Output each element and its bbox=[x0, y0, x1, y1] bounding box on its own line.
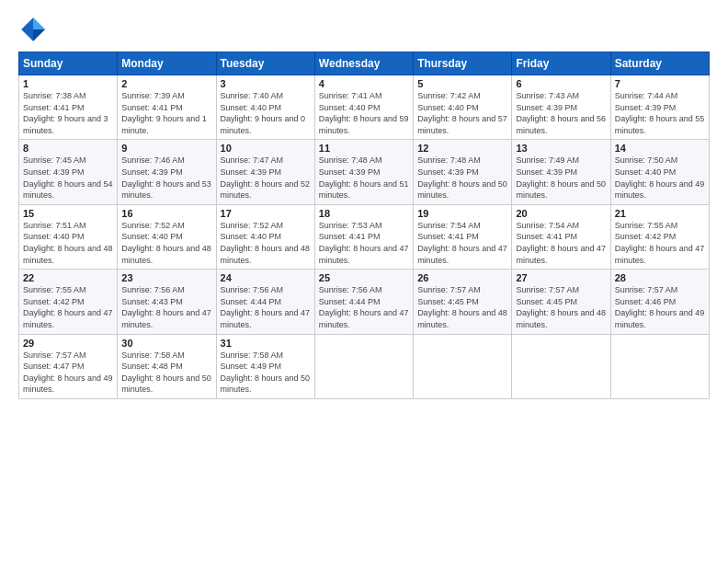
day-info: Sunrise: 7:58 AMSunset: 4:49 PMDaylight:… bbox=[221, 350, 311, 395]
day-number: 22 bbox=[23, 272, 113, 283]
day-number: 26 bbox=[417, 272, 507, 283]
calendar-cell: 8 Sunrise: 7:45 AMSunset: 4:39 PMDayligh… bbox=[19, 140, 118, 204]
calendar-col-header: Monday bbox=[118, 52, 216, 75]
calendar-cell: 27 Sunrise: 7:57 AMSunset: 4:45 PMDaylig… bbox=[512, 270, 610, 334]
calendar-col-header: Thursday bbox=[414, 52, 512, 75]
calendar-cell: 28 Sunrise: 7:57 AMSunset: 4:46 PMDaylig… bbox=[610, 270, 709, 334]
day-info: Sunrise: 7:40 AMSunset: 4:40 PMDaylight:… bbox=[221, 91, 306, 135]
logo-icon bbox=[18, 15, 48, 44]
calendar-week-row: 29 Sunrise: 7:57 AMSunset: 4:47 PMDaylig… bbox=[19, 334, 710, 398]
day-number: 16 bbox=[121, 208, 211, 219]
day-number: 3 bbox=[221, 78, 311, 89]
day-number: 20 bbox=[516, 208, 606, 219]
day-info: Sunrise: 7:51 AMSunset: 4:40 PMDaylight:… bbox=[23, 221, 113, 265]
day-number: 19 bbox=[417, 208, 507, 219]
calendar-cell: 14 Sunrise: 7:50 AMSunset: 4:40 PMDaylig… bbox=[610, 140, 709, 204]
day-info: Sunrise: 7:39 AMSunset: 4:41 PMDaylight:… bbox=[121, 91, 207, 135]
logo bbox=[18, 15, 53, 44]
day-number: 18 bbox=[319, 208, 409, 219]
calendar-cell bbox=[414, 334, 512, 398]
day-number: 30 bbox=[121, 338, 211, 349]
day-number: 4 bbox=[319, 78, 409, 89]
day-number: 14 bbox=[615, 143, 705, 154]
day-number: 5 bbox=[417, 78, 507, 89]
calendar-cell: 23 Sunrise: 7:56 AMSunset: 4:43 PMDaylig… bbox=[118, 270, 216, 334]
day-info: Sunrise: 7:47 AMSunset: 4:39 PMDaylight:… bbox=[221, 155, 311, 200]
calendar-col-header: Friday bbox=[512, 52, 610, 75]
calendar-header-row: SundayMondayTuesdayWednesdayThursdayFrid… bbox=[19, 52, 710, 75]
day-info: Sunrise: 7:57 AMSunset: 4:46 PMDaylight:… bbox=[615, 285, 705, 329]
svg-marker-2 bbox=[33, 29, 45, 41]
calendar-week-row: 1 Sunrise: 7:38 AMSunset: 4:41 PMDayligh… bbox=[19, 75, 710, 140]
calendar-cell: 21 Sunrise: 7:55 AMSunset: 4:42 PMDaylig… bbox=[610, 204, 709, 269]
calendar-cell: 2 Sunrise: 7:39 AMSunset: 4:41 PMDayligh… bbox=[118, 75, 216, 140]
calendar-cell: 17 Sunrise: 7:52 AMSunset: 4:40 PMDaylig… bbox=[216, 204, 314, 269]
calendar-cell: 9 Sunrise: 7:46 AMSunset: 4:39 PMDayligh… bbox=[118, 140, 216, 204]
calendar-cell: 18 Sunrise: 7:53 AMSunset: 4:41 PMDaylig… bbox=[314, 204, 413, 269]
calendar-cell: 30 Sunrise: 7:58 AMSunset: 4:48 PMDaylig… bbox=[118, 334, 216, 398]
day-info: Sunrise: 7:58 AMSunset: 4:48 PMDaylight:… bbox=[121, 350, 211, 395]
header bbox=[18, 15, 710, 44]
day-info: Sunrise: 7:54 AMSunset: 4:41 PMDaylight:… bbox=[516, 221, 606, 265]
day-info: Sunrise: 7:49 AMSunset: 4:39 PMDaylight:… bbox=[516, 155, 606, 200]
day-number: 13 bbox=[516, 143, 606, 154]
calendar-cell: 15 Sunrise: 7:51 AMSunset: 4:40 PMDaylig… bbox=[19, 204, 118, 269]
day-number: 6 bbox=[516, 78, 606, 89]
calendar-cell: 31 Sunrise: 7:58 AMSunset: 4:49 PMDaylig… bbox=[216, 334, 314, 398]
day-number: 24 bbox=[221, 272, 311, 283]
day-number: 23 bbox=[121, 272, 211, 283]
calendar-week-row: 8 Sunrise: 7:45 AMSunset: 4:39 PMDayligh… bbox=[19, 140, 710, 204]
calendar-cell: 19 Sunrise: 7:54 AMSunset: 4:41 PMDaylig… bbox=[414, 204, 512, 269]
day-number: 1 bbox=[23, 78, 113, 89]
calendar-cell: 24 Sunrise: 7:56 AMSunset: 4:44 PMDaylig… bbox=[216, 270, 314, 334]
calendar-col-header: Tuesday bbox=[216, 52, 314, 75]
calendar-cell bbox=[610, 334, 709, 398]
day-number: 15 bbox=[23, 208, 113, 219]
day-info: Sunrise: 7:42 AMSunset: 4:40 PMDaylight:… bbox=[417, 91, 507, 135]
day-number: 25 bbox=[319, 272, 409, 283]
day-number: 2 bbox=[121, 78, 211, 89]
day-info: Sunrise: 7:54 AMSunset: 4:41 PMDaylight:… bbox=[417, 221, 507, 265]
calendar-cell: 16 Sunrise: 7:52 AMSunset: 4:40 PMDaylig… bbox=[118, 204, 216, 269]
day-info: Sunrise: 7:56 AMSunset: 4:44 PMDaylight:… bbox=[221, 285, 311, 329]
calendar-cell: 6 Sunrise: 7:43 AMSunset: 4:39 PMDayligh… bbox=[512, 75, 610, 140]
day-info: Sunrise: 7:45 AMSunset: 4:39 PMDaylight:… bbox=[23, 155, 113, 200]
day-info: Sunrise: 7:57 AMSunset: 4:47 PMDaylight:… bbox=[23, 350, 113, 395]
calendar-cell: 25 Sunrise: 7:56 AMSunset: 4:44 PMDaylig… bbox=[314, 270, 413, 334]
day-info: Sunrise: 7:57 AMSunset: 4:45 PMDaylight:… bbox=[417, 285, 507, 329]
calendar-cell: 22 Sunrise: 7:55 AMSunset: 4:42 PMDaylig… bbox=[19, 270, 118, 334]
calendar-cell: 1 Sunrise: 7:38 AMSunset: 4:41 PMDayligh… bbox=[19, 75, 118, 140]
day-info: Sunrise: 7:46 AMSunset: 4:39 PMDaylight:… bbox=[121, 155, 211, 200]
day-info: Sunrise: 7:52 AMSunset: 4:40 PMDaylight:… bbox=[121, 221, 211, 265]
calendar-cell: 13 Sunrise: 7:49 AMSunset: 4:39 PMDaylig… bbox=[512, 140, 610, 204]
day-info: Sunrise: 7:55 AMSunset: 4:42 PMDaylight:… bbox=[23, 285, 113, 329]
calendar-col-header: Sunday bbox=[19, 52, 118, 75]
calendar-week-row: 22 Sunrise: 7:55 AMSunset: 4:42 PMDaylig… bbox=[19, 270, 710, 334]
day-info: Sunrise: 7:53 AMSunset: 4:41 PMDaylight:… bbox=[319, 221, 409, 265]
calendar-cell: 12 Sunrise: 7:48 AMSunset: 4:39 PMDaylig… bbox=[414, 140, 512, 204]
day-number: 27 bbox=[516, 272, 606, 283]
day-number: 10 bbox=[221, 143, 311, 154]
day-info: Sunrise: 7:52 AMSunset: 4:40 PMDaylight:… bbox=[221, 221, 311, 265]
page: SundayMondayTuesdayWednesdayThursdayFrid… bbox=[0, 0, 728, 563]
day-info: Sunrise: 7:41 AMSunset: 4:40 PMDaylight:… bbox=[319, 91, 409, 135]
calendar-week-row: 15 Sunrise: 7:51 AMSunset: 4:40 PMDaylig… bbox=[19, 204, 710, 269]
calendar-cell: 20 Sunrise: 7:54 AMSunset: 4:41 PMDaylig… bbox=[512, 204, 610, 269]
day-number: 29 bbox=[23, 338, 113, 349]
calendar-cell: 26 Sunrise: 7:57 AMSunset: 4:45 PMDaylig… bbox=[414, 270, 512, 334]
day-number: 17 bbox=[221, 208, 311, 219]
day-number: 28 bbox=[615, 272, 705, 283]
day-number: 11 bbox=[319, 143, 409, 154]
day-info: Sunrise: 7:56 AMSunset: 4:44 PMDaylight:… bbox=[319, 285, 409, 329]
calendar-col-header: Wednesday bbox=[314, 52, 413, 75]
day-number: 8 bbox=[23, 143, 113, 154]
day-number: 21 bbox=[615, 208, 705, 219]
day-number: 12 bbox=[417, 143, 507, 154]
day-number: 9 bbox=[121, 143, 211, 154]
day-info: Sunrise: 7:44 AMSunset: 4:39 PMDaylight:… bbox=[615, 91, 705, 135]
day-info: Sunrise: 7:50 AMSunset: 4:40 PMDaylight:… bbox=[615, 155, 705, 200]
calendar-cell: 4 Sunrise: 7:41 AMSunset: 4:40 PMDayligh… bbox=[314, 75, 413, 140]
calendar-cell: 7 Sunrise: 7:44 AMSunset: 4:39 PMDayligh… bbox=[610, 75, 709, 140]
calendar-col-header: Saturday bbox=[610, 52, 709, 75]
day-info: Sunrise: 7:56 AMSunset: 4:43 PMDaylight:… bbox=[121, 285, 211, 329]
